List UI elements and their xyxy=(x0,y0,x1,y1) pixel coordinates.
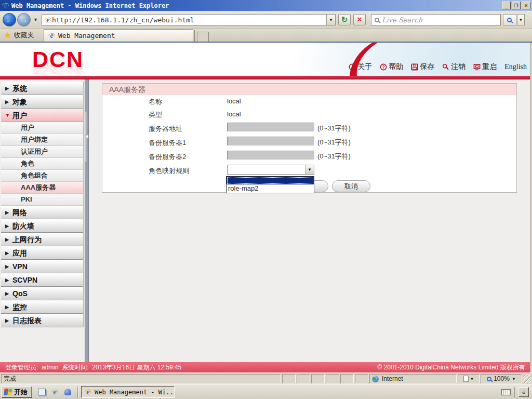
task-button-web-management[interactable]: e Web Management - Wi... xyxy=(81,386,175,398)
role-map-select[interactable]: ▼ xyxy=(227,165,314,175)
stop-button[interactable]: × xyxy=(353,14,366,25)
zoom-level: 100% xyxy=(494,375,510,382)
save-label: 保存 xyxy=(420,62,434,72)
server-address-label: 服务器地址 xyxy=(149,124,182,134)
sidebar-item-network[interactable]: ▶网络 xyxy=(1,206,83,219)
forward-button[interactable]: → xyxy=(17,13,31,26)
sidebar-splitter[interactable] xyxy=(85,79,89,362)
collapsed-arrow-icon: ▶ xyxy=(5,260,9,273)
statusbar-pane xyxy=(282,374,296,383)
help-link[interactable]: ? 帮助 xyxy=(380,62,403,72)
resize-grip[interactable] xyxy=(523,374,531,383)
sidebar-item-role[interactable]: 角色 xyxy=(1,158,83,170)
save-link[interactable]: 保存 xyxy=(411,62,434,72)
collapsed-arrow-icon: ▶ xyxy=(5,274,9,287)
backup-server2-label: 备份服务器2 xyxy=(149,152,186,162)
dropdown-option-role-map2[interactable]: role-map2 xyxy=(227,184,314,193)
sidebar-item-monitor[interactable]: ▶监控 xyxy=(1,300,83,314)
sidebar-item-label: 网络 xyxy=(12,208,27,217)
ie-icon: e xyxy=(2,2,9,9)
live-search-box xyxy=(371,14,501,25)
internet-globe-icon xyxy=(372,376,379,382)
search-options-button[interactable]: ▼ xyxy=(517,14,525,25)
sidebar-item-aaa-server[interactable]: AAA服务器 xyxy=(1,182,83,194)
protected-mode-pane[interactable]: ▼ xyxy=(458,374,480,383)
backup-server1-label: 备份服务器1 xyxy=(149,138,186,148)
browser-toolbar: ← → ▼ e ▼ ↻ × ▼ xyxy=(0,11,532,29)
search-go-button[interactable] xyxy=(503,14,516,25)
sidebar-item-application[interactable]: ▶应用 xyxy=(1,246,83,260)
cancel-button[interactable]: 取消 xyxy=(332,180,370,192)
page-header: DCN 关于 ? 帮助 保存 注销 重启 xyxy=(0,43,532,76)
keyboard-input-icon[interactable] xyxy=(501,389,511,395)
minimize-button[interactable]: _ xyxy=(502,2,511,9)
new-tab-stub[interactable] xyxy=(197,32,209,42)
restore-button[interactable]: ❐ xyxy=(512,2,521,9)
status-pane: 完成 xyxy=(1,374,281,383)
backup-server2-hint: (0~31字符) xyxy=(317,152,351,161)
backup-server1-hint: (0~31字符) xyxy=(317,138,351,147)
collapsed-arrow-icon: ▶ xyxy=(5,314,9,327)
sidebar-item-label: 认证用户 xyxy=(21,148,48,155)
ie-launch-icon[interactable]: e xyxy=(50,387,60,397)
back-button[interactable]: ← xyxy=(3,13,16,26)
show-desktop-icon[interactable] xyxy=(37,387,47,397)
sidebar-item-object[interactable]: ▶对象 xyxy=(1,95,83,109)
type-value: local xyxy=(227,110,241,118)
messenger-icon[interactable] xyxy=(63,387,73,397)
favorites-button[interactable]: ★ 收藏夹 xyxy=(4,29,44,42)
sidebar-menu: ▶系统 ▶对象 ▼用户 用户 用户绑定 认证用户 角色 角色组合 AAA服务器 … xyxy=(1,82,84,327)
login-info: 登录管理员: admin 系统时间: 2013年3月16日 星期六 12:59:… xyxy=(5,363,181,372)
sidebar-item-pki[interactable]: PKI xyxy=(1,194,83,206)
collapsed-arrow-icon: ▶ xyxy=(5,233,9,246)
url-input[interactable] xyxy=(52,16,326,24)
zoom-control[interactable]: 100% ▼ xyxy=(481,374,522,383)
sidebar-item-vpn[interactable]: ▶VPN xyxy=(1,260,83,273)
sidebar-item-label: 应用 xyxy=(12,249,27,257)
backup-server2-input xyxy=(227,151,314,159)
restart-link[interactable]: 重启 xyxy=(473,62,497,72)
logout-link[interactable]: 注销 xyxy=(442,62,466,72)
sidebar-item-user-binding[interactable]: 用户绑定 xyxy=(1,134,83,146)
search-input[interactable] xyxy=(382,16,500,24)
start-button[interactable]: 开始 xyxy=(2,386,32,398)
collapse-tray-button[interactable]: « xyxy=(518,387,529,397)
sidebar-item-log-report[interactable]: ▶日志报表 xyxy=(1,314,83,327)
sidebar-item-scvpn[interactable]: ▶SCVPN xyxy=(1,273,83,287)
screen: e Web Management - Windows Internet Expl… xyxy=(0,0,532,399)
sidebar-item-web-behavior[interactable]: ▶上网行为 xyxy=(1,233,83,246)
address-bar: e ▼ xyxy=(42,14,336,25)
dropdown-option-empty[interactable] xyxy=(227,177,314,184)
sidebar-item-role-combination[interactable]: 角色组合 xyxy=(1,170,83,182)
sidebar-item-user-sub[interactable]: 用户 xyxy=(1,122,83,134)
sidebar-item-qos[interactable]: ▶QoS xyxy=(1,287,83,300)
sidebar-item-label: 上网行为 xyxy=(12,235,42,244)
history-chevron-icon[interactable]: ▼ xyxy=(33,17,38,22)
windows-logo-icon xyxy=(4,389,12,395)
english-link[interactable]: English xyxy=(504,63,527,71)
sidebar-item-auth-user[interactable]: 认证用户 xyxy=(1,146,83,158)
tab-web-management[interactable]: e Web Management xyxy=(44,29,193,42)
refresh-button[interactable]: ↻ xyxy=(338,14,351,25)
close-button[interactable]: ✕ xyxy=(522,2,530,9)
url-dropdown-button[interactable]: ▼ xyxy=(326,15,335,25)
statusbar-pane xyxy=(297,374,310,383)
sidebar-item-label: AAA服务器 xyxy=(21,183,56,191)
sidebar-item-label: 监控 xyxy=(12,303,27,311)
sidebar-item-user[interactable]: ▼用户 xyxy=(1,109,83,122)
copyright: © 2001-2010 DigitalChina Networks Limite… xyxy=(377,363,527,372)
dcn-logo: DCN xyxy=(32,47,84,72)
english-label: English xyxy=(504,63,527,71)
collapsed-arrow-icon: ▶ xyxy=(5,220,9,233)
select-arrow-button[interactable]: ▼ xyxy=(305,165,314,174)
chevron-down-icon: ▼ xyxy=(308,167,312,172)
logout-label: 注销 xyxy=(451,62,466,72)
about-link[interactable]: 关于 xyxy=(349,62,372,72)
favorites-star-icon: ★ xyxy=(4,31,11,40)
sidebar-item-system[interactable]: ▶系统 xyxy=(1,82,83,95)
expanded-arrow-icon: ▼ xyxy=(5,109,10,122)
sidebar-item-firewall[interactable]: ▶防火墙 xyxy=(1,219,83,233)
page-body: ▶系统 ▶对象 ▼用户 用户 用户绑定 认证用户 角色 角色组合 AAA服务器 … xyxy=(0,79,532,362)
zone-label: Internet xyxy=(382,375,403,382)
status-text: 完成 xyxy=(4,375,16,383)
